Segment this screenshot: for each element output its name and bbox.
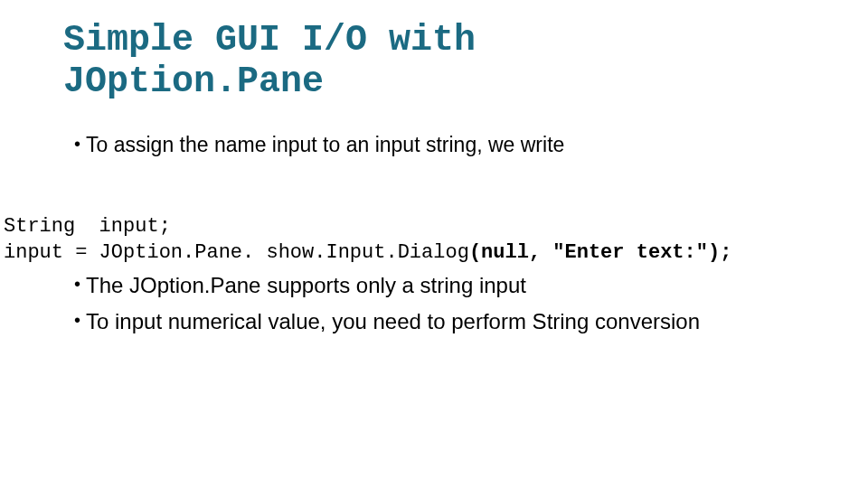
- slide: Simple GUI I/O with JOption.Pane • To as…: [0, 0, 868, 488]
- bullet-1-text: To assign the name input to an input str…: [86, 131, 564, 159]
- slide-title: Simple GUI I/O with JOption.Pane: [63, 20, 476, 103]
- title-line-1: Simple GUI I/O with: [63, 20, 476, 61]
- bullet-dot-icon: •: [74, 307, 80, 333]
- code-line-2-bold: (null, "Enter text:");: [469, 241, 731, 264]
- code-line-2-plain: input = JOption.Pane. show.Input.Dialog: [4, 241, 469, 264]
- bullet-dot-icon: •: [74, 131, 80, 156]
- bullet-1: • To assign the name input to an input s…: [74, 131, 564, 159]
- title-line-2: JOption.Pane: [63, 61, 324, 102]
- code-block: String input; input = JOption.Pane. show…: [4, 186, 731, 267]
- bullet-3: • To input numerical value, you need to …: [74, 307, 700, 336]
- bullet-3-text: To input numerical value, you need to pe…: [86, 307, 700, 336]
- code-line-1: String input;: [4, 215, 171, 238]
- bullet-2: • The JOption.Pane supports only a strin…: [74, 271, 526, 300]
- bullet-2-text: The JOption.Pane supports only a string …: [86, 271, 526, 300]
- bullet-dot-icon: •: [74, 271, 80, 296]
